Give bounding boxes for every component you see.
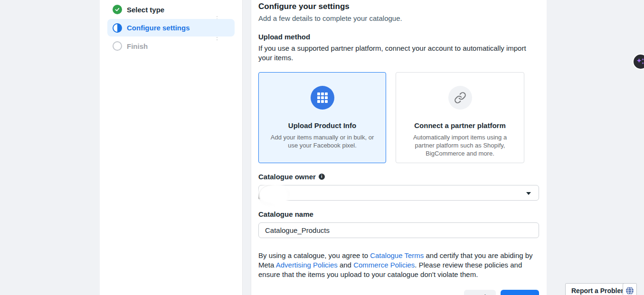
upload-method-label: Upload method — [258, 33, 539, 41]
empty-circle-icon — [113, 41, 122, 51]
connect-partner-platform-card[interactable]: Connect a partner platform Automatically… — [396, 72, 524, 163]
step-configure-settings[interactable]: Configure settings — [107, 19, 235, 37]
step-label: Finish — [127, 42, 148, 50]
commerce-policies-link[interactable]: Commerce Policies — [353, 261, 415, 269]
create-button[interactable]: Create — [501, 290, 539, 295]
configure-settings-panel: Configure your settings Add a few detail… — [251, 0, 547, 295]
card-description: Add your items manually or in bulk, or u… — [259, 133, 386, 149]
legal-text: By using a catalogue, you agree to Catal… — [258, 251, 539, 279]
catalogue-terms-link[interactable]: Catalogue Terms — [370, 251, 424, 259]
catalogue-name-label: Catalogue name — [258, 210, 313, 218]
upload-method-options: Upload Product Info Add your items manua… — [258, 72, 539, 163]
globe-icon — [625, 286, 634, 295]
back-button[interactable]: Back — [464, 290, 496, 295]
link-icon — [448, 86, 472, 110]
catalogue-owner-select[interactable] — [258, 185, 539, 201]
step-select-type[interactable]: Select type — [107, 3, 235, 16]
grid-icon — [311, 86, 334, 110]
info-icon[interactable]: i — [319, 174, 325, 180]
step-label: Select type — [127, 6, 164, 14]
page-title: Configure your settings — [258, 0, 539, 11]
advertising-policies-link[interactable]: Advertising Policies — [276, 261, 338, 269]
card-description: Automatically import items using a partn… — [396, 133, 524, 157]
half-filled-circle-icon — [113, 23, 122, 33]
step-finish: Finish — [107, 40, 235, 52]
chevron-down-icon — [526, 192, 531, 195]
wizard-stepper-panel: Select type Configure settings Finish — [100, 0, 243, 295]
meta-ai-button[interactable] — [633, 54, 644, 70]
globe-button[interactable] — [623, 283, 637, 295]
catalogue-name-input[interactable] — [258, 222, 539, 238]
check-circle-icon — [113, 5, 122, 14]
upload-method-description: If you use a supported partner platform,… — [258, 44, 539, 63]
legal-text-segment: By using a catalogue, you agree to — [258, 251, 370, 259]
page-subtitle: Add a few details to complete your catal… — [258, 14, 539, 22]
card-title: Connect a partner platform — [414, 121, 506, 129]
legal-text-segment: and — [338, 261, 353, 269]
card-title: Upload Product Info — [288, 121, 356, 129]
step-label: Configure settings — [127, 24, 190, 32]
redacted-owner-avatar — [256, 178, 299, 208]
meta-ai-sparkle-icon — [636, 57, 644, 66]
upload-product-info-card[interactable]: Upload Product Info Add your items manua… — [258, 72, 386, 163]
